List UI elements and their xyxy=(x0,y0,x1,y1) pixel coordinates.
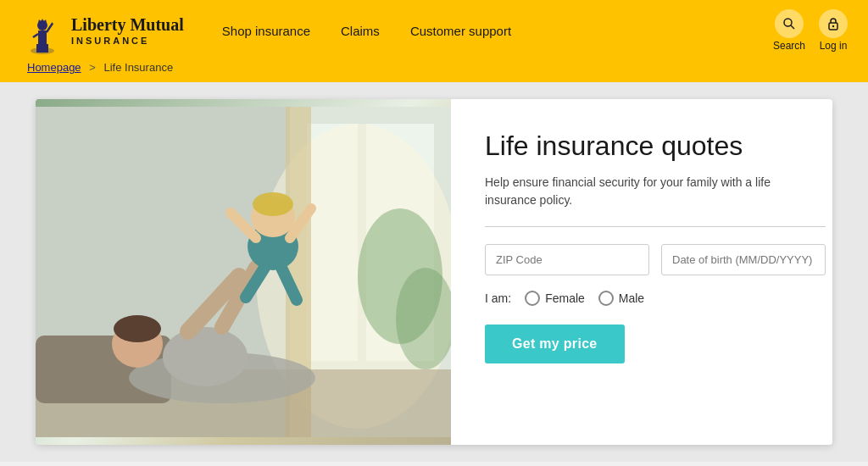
dob-input[interactable] xyxy=(661,244,826,275)
hero-image xyxy=(36,99,451,445)
svg-point-10 xyxy=(784,19,792,26)
content-area: Life insurance quotes Help ensure financ… xyxy=(0,82,868,462)
breadcrumb-current: Life Insurance xyxy=(103,61,173,74)
gender-label: I am: xyxy=(485,291,511,305)
get-price-button[interactable]: Get my price xyxy=(485,325,625,363)
search-label: Search xyxy=(773,40,805,52)
search-icon xyxy=(775,9,804,38)
svg-point-8 xyxy=(52,17,57,24)
hero-image-bg xyxy=(36,99,451,445)
logo-name: Liberty Mutual. xyxy=(71,15,188,34)
svg-point-30 xyxy=(253,192,293,216)
form-divider xyxy=(485,226,826,227)
nav-customer-support[interactable]: Customer support xyxy=(410,24,511,38)
lock-icon xyxy=(819,9,848,38)
main-nav: Shop insurance Claims Customer support xyxy=(222,24,773,38)
female-label: Female xyxy=(545,291,585,305)
svg-point-23 xyxy=(163,327,248,386)
gender-male-option[interactable]: Male xyxy=(598,291,644,306)
zip-code-input[interactable] xyxy=(485,244,649,275)
login-label: Log in xyxy=(820,40,848,52)
quote-panel: Life insurance quotes Help ensure financ… xyxy=(451,99,832,445)
female-radio[interactable] xyxy=(525,291,540,306)
svg-point-25 xyxy=(114,315,161,342)
logo-icon xyxy=(20,5,64,56)
quote-title: Life insurance quotes xyxy=(485,130,826,162)
header-actions: Search Log in xyxy=(773,9,848,52)
form-inputs-row xyxy=(485,244,826,275)
svg-line-9 xyxy=(33,34,38,37)
svg-point-13 xyxy=(832,25,834,27)
nav-shop-insurance[interactable]: Shop insurance xyxy=(222,24,310,38)
svg-marker-4 xyxy=(41,19,44,22)
logo-text: Liberty Mutual. INSURANCE xyxy=(71,15,188,46)
logo: Liberty Mutual. INSURANCE xyxy=(20,5,188,56)
search-button[interactable]: Search xyxy=(773,9,805,52)
gender-row: I am: Female Male xyxy=(485,291,826,306)
logo-tagline: INSURANCE xyxy=(71,36,188,46)
gender-female-option[interactable]: Female xyxy=(525,291,585,306)
male-radio[interactable] xyxy=(598,291,614,306)
breadcrumb-separator: > xyxy=(89,61,96,74)
breadcrumb-home[interactable]: Homepage xyxy=(27,61,81,74)
main-card: Life insurance quotes Help ensure financ… xyxy=(36,99,832,445)
quote-subtitle: Help ensure financial security for your … xyxy=(485,174,807,209)
nav-claims[interactable]: Claims xyxy=(341,24,380,38)
svg-line-11 xyxy=(791,25,794,29)
breadcrumb: Homepage > Life Insurance xyxy=(0,61,868,82)
male-label: Male xyxy=(619,291,644,305)
svg-rect-2 xyxy=(38,31,47,46)
login-button[interactable]: Log in xyxy=(819,9,848,52)
svg-line-7 xyxy=(47,22,53,32)
header: Liberty Mutual. INSURANCE Shop insurance… xyxy=(0,0,868,61)
